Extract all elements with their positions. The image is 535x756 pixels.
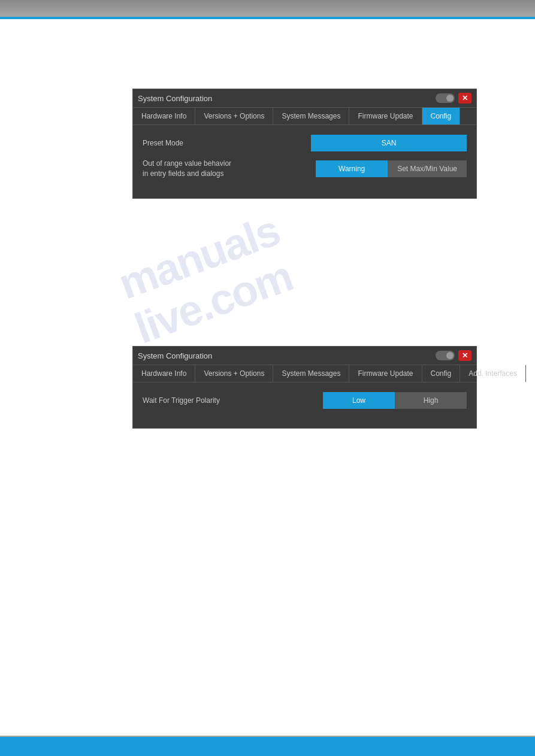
high-button[interactable]: High bbox=[395, 392, 467, 409]
tab-versions-options-2[interactable]: Versions + Options bbox=[195, 365, 273, 382]
title-bar-controls-1: ✕ bbox=[436, 93, 471, 104]
trigger-polarity-controls: Low High bbox=[323, 392, 467, 409]
preset-mode-label: Preset Mode bbox=[143, 138, 183, 148]
tab-bar-2: Hardware Info Versions + Options System … bbox=[133, 365, 476, 382]
low-button[interactable]: Low bbox=[323, 392, 395, 409]
out-of-range-controls: Warning Set Max/Min Value bbox=[316, 160, 467, 177]
close-button-1[interactable]: ✕ bbox=[458, 93, 471, 104]
window2-title: System Configuration bbox=[138, 351, 212, 360]
content-area-2: Wait For Trigger Polarity Low High bbox=[133, 382, 476, 428]
toggle-switch-1[interactable] bbox=[436, 93, 455, 103]
close-button-2[interactable]: ✕ bbox=[458, 350, 471, 361]
tab-config-1[interactable]: Config bbox=[422, 108, 461, 125]
tab-config-2[interactable]: Config bbox=[422, 365, 461, 382]
set-max-min-button[interactable]: Set Max/Min Value bbox=[388, 160, 467, 177]
bottom-bar bbox=[0, 737, 535, 756]
title-bar-controls-2: ✕ bbox=[436, 350, 471, 361]
tab-system-messages-1[interactable]: System Messages bbox=[273, 108, 349, 125]
tab-add-interfaces-2[interactable]: Add. Interfaces bbox=[460, 365, 526, 382]
title-bar-2: System Configuration ✕ bbox=[133, 347, 476, 365]
content-area-1: Preset Mode SAN Out of range value behav… bbox=[133, 125, 476, 198]
tab-bar-1: Hardware Info Versions + Options System … bbox=[133, 108, 476, 125]
tab-hardware-info-1[interactable]: Hardware Info bbox=[133, 108, 195, 125]
config-row-out-of-range: Out of range value behaviorin entry fiel… bbox=[143, 159, 467, 179]
window1-title: System Configuration bbox=[138, 94, 212, 103]
tab-firmware-update-1[interactable]: Firmware Update bbox=[349, 108, 422, 125]
preset-mode-san-button[interactable]: SAN bbox=[311, 135, 467, 151]
warning-button[interactable]: Warning bbox=[316, 160, 388, 177]
trigger-polarity-label: Wait For Trigger Polarity bbox=[143, 396, 220, 406]
top-bar-blue-line bbox=[0, 17, 535, 19]
system-config-window-1: System Configuration ✕ Hardware Info Ver… bbox=[132, 89, 477, 199]
tab-system-messages-2[interactable]: System Messages bbox=[273, 365, 349, 382]
title-bar-1: System Configuration ✕ bbox=[133, 89, 476, 108]
tab-firmware-update-2[interactable]: Firmware Update bbox=[349, 365, 422, 382]
config-row-preset-mode: Preset Mode SAN bbox=[143, 135, 467, 151]
preset-mode-controls: SAN bbox=[311, 135, 467, 151]
system-config-window-2: System Configuration ✕ Hardware Info Ver… bbox=[132, 346, 477, 429]
config-row-trigger-polarity: Wait For Trigger Polarity Low High bbox=[143, 392, 467, 409]
out-of-range-label: Out of range value behaviorin entry fiel… bbox=[143, 159, 231, 179]
tab-versions-options-1[interactable]: Versions + Options bbox=[195, 108, 273, 125]
toggle-switch-2[interactable] bbox=[436, 351, 455, 360]
tab-hardware-info-2[interactable]: Hardware Info bbox=[133, 365, 195, 382]
